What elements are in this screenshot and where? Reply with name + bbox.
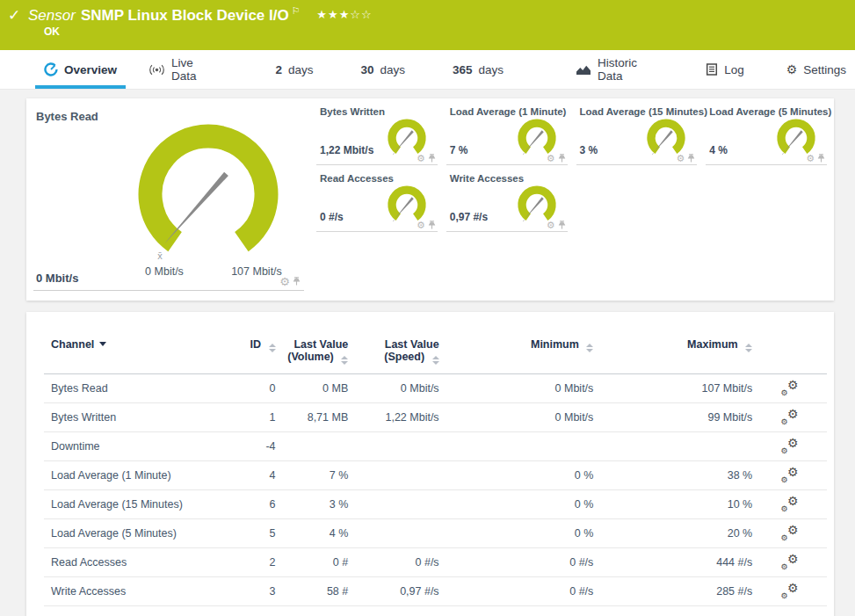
status-ok-check-icon: ✓ [8, 6, 20, 25]
channel-settings-button[interactable]: ⚙ ⚙ [781, 496, 799, 511]
channel-id: 6 [221, 490, 276, 519]
channel-name: Bytes Read [44, 374, 221, 403]
star-icon[interactable]: ☆ [350, 8, 361, 21]
minimum-value: 0 #/s [439, 577, 594, 606]
channel-settings-button[interactable]: ⚙ ⚙ [781, 525, 799, 540]
gauge-settings-gear-icon[interactable]: ⚙ [806, 153, 815, 164]
column-header-channel[interactable]: Channel [44, 333, 221, 374]
last-value-speed: 0 #/s [348, 548, 438, 577]
tab-overview[interactable]: Overview [35, 54, 126, 89]
sort-icon [341, 356, 348, 365]
pin-icon[interactable] [558, 154, 566, 163]
gauge-settings-gear-icon[interactable]: ⚙ [417, 153, 425, 164]
sort-icon [432, 356, 439, 365]
channel-settings-button[interactable]: ⚙ ⚙ [781, 583, 799, 598]
gear-small-icon: ⚙ [781, 504, 788, 513]
channel-id: 3 [221, 577, 276, 606]
last-value-speed [348, 519, 438, 548]
minimum-value: 0 % [439, 519, 594, 548]
status-badge: OK [44, 25, 60, 38]
small-gauges-grid: Bytes Written 1,22 Mbit/s ⚙ Load Average… [316, 98, 827, 301]
pin-icon[interactable] [428, 154, 436, 163]
channel-settings-button[interactable]: ⚙ ⚙ [781, 380, 799, 395]
last-value-volume: 3 % [276, 490, 349, 519]
tab-settings[interactable]: ⚙ Settings [778, 54, 855, 89]
pin-icon[interactable] [817, 154, 825, 163]
gauge-panel-controls: ⚙ [279, 275, 301, 288]
channel-id: -4 [221, 432, 276, 461]
gauge-title: Load Average (15 Minutes) [580, 106, 708, 117]
column-header-maximum[interactable]: Maximum [593, 333, 752, 374]
channel-settings-button[interactable]: ⚙ ⚙ [781, 467, 799, 482]
channel-name: Load Average (5 Minutes) [44, 519, 221, 548]
pin-icon[interactable] [293, 277, 301, 286]
channel-id: 5 [221, 519, 276, 548]
gauge-needle [164, 172, 228, 244]
channel-actions-cell: ⚙ ⚙ [752, 461, 827, 490]
maximum-value: 285 #/s [593, 577, 752, 606]
channel-settings-button[interactable]: ⚙ ⚙ [781, 554, 799, 569]
gear-small-icon: ⚙ [781, 417, 788, 426]
gauge-title: Bytes Read [36, 110, 98, 123]
channel-actions-cell: ⚙ ⚙ [752, 577, 827, 606]
small-gauge-load-15min: Load Average (15 Minutes) 3 % ⚙ [576, 98, 698, 165]
channels-table-card: Channel ID Last Value (Volume) Last Valu… [26, 312, 834, 616]
channel-id: 1 [221, 403, 276, 432]
last-value-speed: 0 Mbit/s [348, 374, 438, 403]
gauge-settings-gear-icon[interactable]: ⚙ [547, 153, 555, 164]
channel-row: Write Accesses358 #0,97 #/s0 #/s285 #/s … [44, 577, 827, 606]
sensor-title: SNMP Linux Block Device I/O [81, 7, 289, 24]
star-icon[interactable]: ☆ [361, 8, 373, 21]
last-value-speed [348, 432, 438, 461]
gear-small-icon: ⚙ [781, 446, 788, 455]
gauge-settings-gear-icon[interactable]: ⚙ [279, 275, 290, 288]
star-icon[interactable]: ★ [328, 8, 339, 21]
tab-365-days[interactable]: 365 days [444, 54, 512, 89]
live-data-icon [149, 64, 165, 76]
pin-icon[interactable] [687, 154, 695, 163]
last-value-speed [348, 490, 438, 519]
priority-stars[interactable]: ★★★☆☆ [316, 8, 372, 21]
gauge-settings-gear-icon[interactable]: ⚙ [676, 153, 685, 164]
star-icon[interactable]: ★ [316, 8, 328, 21]
small-gauge-load-5min: Load Average (5 Minutes) 4 % ⚙ [706, 98, 827, 165]
gauge-settings-gear-icon[interactable]: ⚙ [417, 220, 425, 231]
gear-small-icon: ⚙ [781, 562, 788, 571]
channel-row: Load Average (1 Minute)47 %0 %38 % ⚙ ⚙ [44, 461, 827, 490]
tab-historic-data[interactable]: Historic Data [567, 54, 667, 89]
column-header-last-value-speed[interactable]: Last Value (Speed) [348, 333, 438, 374]
sort-icon [269, 344, 276, 352]
column-header-last-value-volume[interactable]: Last Value (Volume) [276, 333, 349, 374]
pin-icon[interactable] [428, 221, 436, 230]
tab-2-days[interactable]: 2 days [266, 54, 322, 89]
minimum-value: 0 Mbit/s [439, 403, 594, 432]
gauge-value: 0 #/s [320, 211, 344, 223]
channel-name: Downtime [44, 432, 221, 461]
last-value-volume: 0 MB [276, 374, 349, 403]
tab-log[interactable]: Log [697, 54, 753, 89]
gear-icon: ⚙ [786, 63, 798, 76]
pin-icon[interactable] [558, 221, 566, 230]
channel-settings-button[interactable]: ⚙ ⚙ [781, 438, 799, 453]
gauge-needle [785, 130, 803, 151]
prtg-sensor-page: ✓ SensorSNMP Linux Block Device I/O⚐ ★★★… [0, 0, 855, 616]
last-value-speed: 0,97 #/s [348, 577, 438, 606]
channel-actions-cell: ⚙ ⚙ [752, 374, 827, 403]
average-marker: x̄ [157, 250, 163, 261]
flag-icon[interactable]: ⚐ [292, 5, 301, 16]
column-header-id[interactable]: ID [221, 333, 276, 374]
channel-settings-button[interactable]: ⚙ ⚙ [781, 409, 799, 424]
overview-gauges-card: Bytes Read x̄ 0 Mbit/s 107 Mbit/s 0 Mbit… [26, 98, 834, 301]
last-value-volume: 8,71 MB [276, 403, 349, 432]
last-value-speed [348, 461, 438, 490]
column-header-minimum[interactable]: Minimum [439, 333, 594, 374]
gauge-title: Write Accesses [450, 173, 524, 184]
gear-small-icon: ⚙ [781, 533, 788, 542]
gear-icon: ⚙ [787, 494, 799, 508]
gauge-value: 7 % [450, 144, 468, 156]
maximum-value: 107 Mbit/s [593, 374, 752, 403]
tab-live-data[interactable]: Live Data [140, 54, 224, 89]
tab-30-days[interactable]: 30 days [351, 54, 414, 89]
gauge-settings-gear-icon[interactable]: ⚙ [547, 220, 555, 231]
star-icon[interactable]: ★ [339, 8, 351, 21]
